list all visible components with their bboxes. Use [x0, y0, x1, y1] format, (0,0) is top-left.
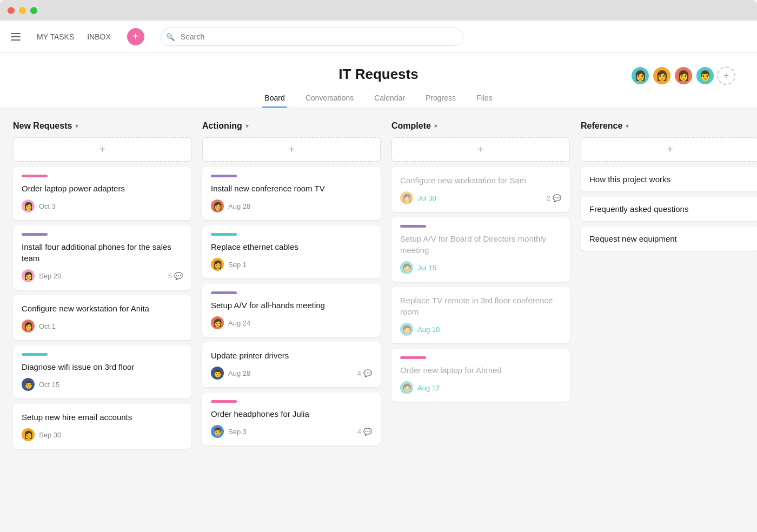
card-meta: 👩Aug 24: [211, 316, 250, 329]
hamburger-menu[interactable]: [11, 33, 21, 41]
card-meta: 👩Oct 3: [22, 200, 56, 212]
tab-progress[interactable]: Progress: [423, 89, 458, 108]
minimize-button[interactable]: [19, 7, 26, 14]
card-c8[interactable]: Setup A/V for all-hands meeting👩Aug 24: [202, 284, 381, 337]
tab-conversations[interactable]: Conversations: [303, 89, 356, 108]
card-date: Sep 3: [228, 428, 247, 436]
tab-board[interactable]: Board: [262, 89, 287, 108]
card-c11[interactable]: Configure new workstation for Sam👩Jul 30…: [391, 167, 570, 212]
card-title: Setup A/V for all-hands meeting: [211, 300, 372, 311]
column-title: Actioning: [202, 121, 242, 131]
card-title: Configure new workstation for Anita: [22, 303, 183, 314]
card-c9[interactable]: Update printer drivers👨Aug 284💬: [202, 342, 381, 387]
ref-card-r1[interactable]: How this project works: [581, 167, 757, 191]
column-actioning: Actioning ▾ +Install new conference room…: [202, 121, 381, 532]
card-footer: 👩Oct 3: [22, 200, 183, 212]
card-comments: 2💬: [547, 194, 561, 202]
card-avatar: 👨: [211, 367, 224, 380]
card-footer: 🧑Aug 10: [400, 323, 561, 336]
card-meta: 👩Sep 30: [22, 428, 61, 441]
close-button[interactable]: [8, 7, 15, 14]
card-date: Aug 12: [417, 384, 440, 392]
ref-card-r3[interactable]: Request new equipment: [581, 227, 757, 251]
add-card-button-actioning[interactable]: +: [202, 137, 381, 162]
card-color-bar: [211, 233, 237, 236]
comment-icon: 💬: [363, 428, 372, 436]
card-title: Configure new workstation for Sam: [400, 175, 561, 186]
comments-count: 4: [357, 369, 361, 377]
card-avatar: 👨: [22, 378, 35, 391]
card-c2[interactable]: Install four additional phones for the s…: [13, 225, 191, 290]
column-reference: Reference ▾ +How this project worksFrequ…: [581, 121, 757, 532]
card-c7[interactable]: Replace ethernet cables👩Sep 1: [202, 225, 381, 278]
maximize-button[interactable]: [30, 7, 37, 14]
card-date: Sep 20: [39, 272, 61, 280]
column-chevron-icon[interactable]: ▾: [245, 122, 249, 130]
card-title: Order headphones for Julia: [211, 408, 372, 420]
search-bar: [161, 28, 463, 46]
top-nav: MY TASKS INBOX +: [0, 21, 757, 53]
card-avatar: 🧑: [400, 261, 413, 274]
card-c10[interactable]: Order headphones for Julia👨Sep 34💬: [202, 393, 381, 445]
card-title: Update printer drivers: [211, 350, 372, 361]
card-color-bar: [400, 225, 426, 228]
search-input[interactable]: [161, 28, 463, 46]
card-footer: 👩Aug 28: [211, 200, 372, 212]
column-chevron-icon[interactable]: ▾: [434, 122, 437, 130]
card-meta: 👩Aug 28: [211, 200, 250, 212]
card-date: Aug 28: [228, 202, 250, 210]
card-title: Diagnose wifi issue on 3rd floor: [22, 361, 183, 373]
card-footer: 👩Oct 1: [22, 320, 183, 332]
card-c13[interactable]: Replace TV remote in 3rd floor conferenc…: [391, 287, 570, 343]
add-member-button[interactable]: +: [717, 66, 735, 85]
card-c3[interactable]: Configure new workstation for Anita👩Oct …: [13, 295, 191, 340]
my-tasks-link[interactable]: MY TASKS: [31, 29, 79, 44]
card-meta: 👨Oct 15: [22, 378, 59, 391]
card-title: Replace TV remote in 3rd floor conferenc…: [400, 295, 561, 317]
card-meta: 🧑Jul 15: [400, 261, 436, 274]
card-meta: 👩Oct 1: [22, 320, 56, 332]
tab-calendar[interactable]: Calendar: [372, 89, 407, 108]
card-meta: 👩Jul 30: [400, 191, 436, 204]
add-card-button-reference[interactable]: +: [581, 137, 757, 162]
card-date: Aug 24: [228, 319, 250, 327]
comment-icon: 💬: [174, 272, 183, 280]
ref-card-r2[interactable]: Frequently asked questions: [581, 197, 757, 221]
card-c6[interactable]: Install new conference room TV👩Aug 28: [202, 167, 381, 220]
card-footer: 👩Sep 30: [22, 428, 183, 441]
comments-count: 5: [168, 272, 172, 280]
card-c12[interactable]: Setup A/V for Board of Directors monthly…: [391, 217, 570, 282]
card-footer: 👩Aug 24: [211, 316, 372, 329]
card-meta: 👩Sep 1: [211, 258, 247, 271]
card-color-bar: [211, 400, 237, 403]
card-comments: 4💬: [357, 369, 372, 377]
card-date: Sep 30: [39, 431, 61, 439]
avatar: 👨: [695, 66, 715, 85]
card-comments: 4💬: [357, 428, 372, 436]
card-footer: 👩Sep 1: [211, 258, 372, 271]
card-footer: 👨Sep 34💬: [211, 425, 372, 438]
card-title: Order laptop power adapters: [22, 183, 183, 194]
column-chevron-icon[interactable]: ▾: [626, 122, 629, 130]
column-chevron-icon[interactable]: ▾: [75, 122, 78, 130]
card-avatar: 👩: [211, 258, 224, 271]
card-title: Order new laptop for Ahmed: [400, 364, 561, 376]
card-avatar: 👩: [400, 191, 413, 204]
card-meta: 🧑Aug 12: [400, 381, 440, 394]
card-date: Oct 1: [39, 322, 56, 330]
member-avatars: 👩 👩 👩 👨 +: [630, 66, 735, 85]
add-task-button[interactable]: +: [127, 28, 144, 45]
add-card-button-complete[interactable]: +: [391, 137, 570, 162]
inbox-link[interactable]: INBOX: [82, 29, 116, 44]
tab-files[interactable]: Files: [474, 89, 495, 108]
card-color-bar: [22, 175, 48, 177]
card-comments: 5💬: [168, 272, 183, 280]
card-c5[interactable]: Setup new hire email accounts👩Sep 30: [13, 404, 191, 449]
card-title: Setup A/V for Board of Directors monthly…: [400, 233, 561, 256]
column-new-requests: New Requests ▾ +Order laptop power adapt…: [13, 121, 191, 532]
card-c4[interactable]: Diagnose wifi issue on 3rd floor👨Oct 15: [13, 345, 191, 398]
card-c1[interactable]: Order laptop power adapters👩Oct 3: [13, 167, 191, 220]
card-c14[interactable]: Order new laptop for Ahmed🧑Aug 12: [391, 349, 570, 402]
add-card-button-new-requests[interactable]: +: [13, 137, 191, 162]
card-footer: 🧑Jul 15: [400, 261, 561, 274]
